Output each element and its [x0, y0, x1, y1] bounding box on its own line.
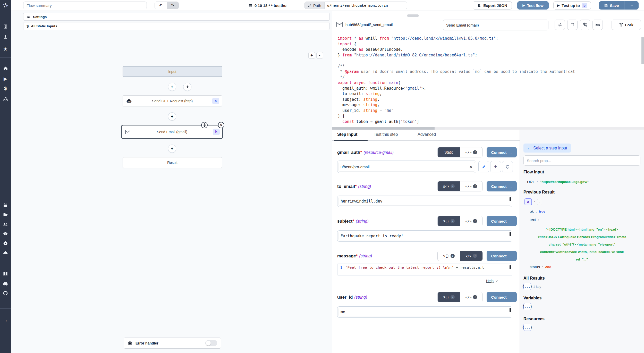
step-a-badge[interactable]: a [524, 198, 532, 205]
export-json-button[interactable]: Export JSON [473, 1, 512, 10]
eye-icon[interactable] [0, 230, 11, 238]
variables-dollar-icon[interactable]: $ [0, 85, 11, 92]
bed-sleep-button[interactable] [592, 20, 603, 30]
edit-resource-button[interactable] [478, 161, 489, 172]
code-horizontal-scrollbar[interactable] [332, 127, 435, 130]
groups-users-icon[interactable] [0, 220, 11, 228]
info-icon[interactable]: i [473, 184, 477, 188]
info-icon[interactable]: i [473, 150, 477, 154]
connect-button-gmail-auth[interactable]: Connect→ [487, 147, 517, 157]
expr-mode-segment[interactable]: ${}i [438, 251, 460, 261]
favorites-star-icon[interactable]: ★ [0, 45, 11, 53]
settings-gear-icon[interactable] [0, 239, 11, 247]
text-value-preview[interactable]: "<!DOCTYPE html> <html lang="en"> <head>… [522, 226, 641, 263]
reload-script-button[interactable] [555, 20, 565, 30]
docs-book-icon[interactable] [0, 270, 11, 278]
trigger-bolt-button[interactable] [183, 83, 191, 91]
panel-splitter-handle[interactable] [407, 14, 419, 17]
ok-value[interactable]: true [539, 209, 545, 213]
all-results-object-badge[interactable]: {...} [523, 283, 531, 290]
phone-incoming-button[interactable] [580, 20, 590, 30]
info-icon[interactable]: i [451, 254, 455, 258]
to-email-input[interactable]: henri@windmill.dev [337, 196, 512, 207]
search-prop-input[interactable] [523, 155, 640, 166]
save-dropdown-button[interactable] [624, 1, 639, 10]
schedules-calendar-icon[interactable] [0, 201, 11, 209]
add-step-button[interactable]: + [168, 145, 176, 153]
connect-button-to-email[interactable]: Connect→ [487, 181, 517, 191]
code-mode-segment[interactable]: </>i [460, 292, 482, 302]
collapse-arrow-icon[interactable]: → [0, 316, 11, 324]
all-static-inputs-button[interactable]: $ All Static Inputs [23, 22, 330, 30]
status-value[interactable]: 200 [545, 265, 551, 269]
expr-mode-segment[interactable]: ${}i [438, 181, 460, 191]
code-editor[interactable]: import * as wmill from "https://deno.lan… [332, 34, 641, 127]
windmill-logo[interactable] [0, 2, 11, 9]
schedule-display[interactable]: 0 10 18 * * tue,thu [248, 0, 286, 11]
expr-mode-segment[interactable]: ${}i [438, 292, 460, 302]
flow-node-input[interactable]: Input [123, 66, 222, 77]
tab-advanced[interactable]: Advanced [418, 132, 436, 137]
variables-object-badge[interactable]: {...} [523, 303, 531, 310]
gmail-auth-resource-input[interactable]: u/henri/pro-email × [337, 161, 476, 173]
message-expression-editor[interactable]: 1 'Feel free to check out the latest rep… [337, 264, 512, 275]
save-button[interactable]: Save [599, 1, 624, 10]
clear-resource-button[interactable]: × [469, 164, 472, 169]
stop-square-button[interactable] [567, 20, 578, 30]
move-node-handle[interactable] [201, 122, 208, 128]
runs-play-icon[interactable]: ▶ [0, 75, 11, 83]
folders-icon[interactable] [0, 211, 11, 218]
fork-button[interactable]: Fork [612, 20, 641, 30]
undo-button[interactable]: ↶ [155, 2, 167, 9]
url-value[interactable]: "https://earthquake.usgs.gov/" [540, 180, 589, 184]
refresh-resource-button[interactable] [502, 161, 513, 172]
zoom-out-button[interactable]: - [316, 52, 323, 59]
test-up-to-button[interactable]: ▶ Test up to b [553, 1, 591, 10]
flow-node-gmail-selected[interactable]: Send Email (gmail) b [121, 125, 223, 139]
step-name-input[interactable] [443, 20, 548, 30]
connect-button-user-id[interactable]: Connect→ [487, 292, 517, 302]
delete-node-button[interactable]: × [218, 122, 224, 128]
add-step-button[interactable]: + [168, 112, 176, 121]
resources-cubes-icon[interactable] [0, 95, 11, 103]
workspace-building-icon[interactable] [0, 23, 11, 30]
tab-test-this-step[interactable]: Test this step [374, 132, 398, 137]
test-flow-button[interactable]: ▶ Test flow [517, 1, 549, 10]
code-mode-segment[interactable]: </>i [460, 251, 482, 261]
info-icon[interactable]: i [473, 219, 477, 223]
help-link[interactable]: Help [486, 279, 498, 283]
subject-input[interactable]: Earthquake report is ready! [337, 230, 512, 242]
code-mode-segment[interactable]: </>i [460, 181, 482, 191]
tab-step-input[interactable]: Step Input [337, 132, 357, 137]
static-mode-segment[interactable]: Static [438, 147, 460, 157]
info-icon[interactable]: i [451, 219, 455, 223]
info-icon[interactable]: i [473, 295, 477, 299]
path-input[interactable] [324, 2, 407, 9]
flow-summary-input[interactable] [23, 2, 147, 9]
zoom-in-button[interactable]: + [308, 52, 315, 59]
workers-robot-icon[interactable] [0, 249, 11, 257]
path-edit-badge[interactable]: Path [304, 2, 324, 9]
expr-mode-segment[interactable]: ${}i [438, 216, 460, 226]
github-icon[interactable] [0, 289, 11, 297]
user-id-input[interactable]: me [337, 306, 512, 318]
resources-object-badge[interactable]: {...} [523, 324, 531, 331]
code-mode-segment[interactable]: </>i [460, 147, 482, 157]
error-handler-toggle[interactable] [205, 340, 217, 346]
connect-button-message[interactable]: Connect→ [487, 251, 517, 261]
code-vertical-scrollbar[interactable] [641, 37, 644, 64]
user-icon[interactable] [0, 33, 11, 41]
info-icon[interactable]: i [451, 295, 455, 299]
info-icon[interactable]: i [473, 254, 477, 258]
select-step-input-chip[interactable]: ← Select a step input [523, 144, 571, 153]
connect-button-subject[interactable]: Connect→ [487, 216, 517, 226]
add-resource-button[interactable]: + [490, 161, 501, 172]
settings-button[interactable]: Settings [23, 13, 330, 21]
info-icon[interactable]: i [451, 184, 455, 188]
flow-node-http[interactable]: HTTP Send GET Request (http) a [123, 95, 222, 106]
discord-icon[interactable] [0, 280, 11, 288]
add-step-button[interactable]: + [168, 83, 176, 91]
code-mode-segment[interactable]: </>i [460, 216, 482, 226]
redo-button[interactable]: ↷ [167, 2, 179, 9]
home-icon[interactable] [0, 64, 11, 72]
